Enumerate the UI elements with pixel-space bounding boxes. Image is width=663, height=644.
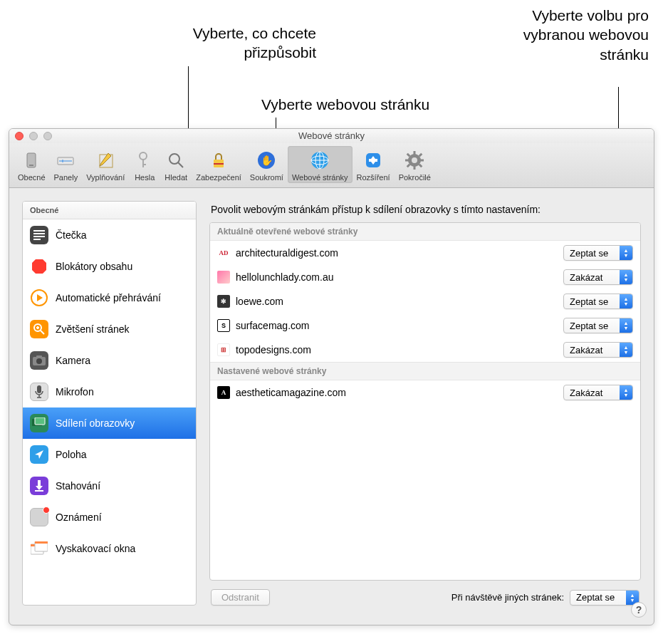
tab-security[interactable]: Zabezpečení bbox=[192, 146, 246, 183]
callout-select-site: Vyberte webovou stránku bbox=[261, 95, 429, 114]
sidebar-item-reader[interactable]: Čtečka bbox=[23, 219, 196, 251]
chevron-updown-icon: ▲▼ bbox=[620, 385, 632, 400]
site-row[interactable]: A aestheticamagazine.com Zakázat ▲▼ bbox=[210, 380, 640, 405]
microphone-icon bbox=[30, 383, 48, 401]
site-option-select[interactable]: Zakázat ▲▼ bbox=[563, 269, 633, 285]
svg-point-9 bbox=[169, 154, 179, 164]
tab-extensions[interactable]: Rozšíření bbox=[353, 146, 395, 183]
svg-rect-31 bbox=[33, 230, 45, 232]
select-label: Zakázat bbox=[564, 272, 620, 283]
site-list-box: Aktuálně otevřené webové stránky AD arch… bbox=[209, 222, 641, 581]
tab-advanced[interactable]: Pokročilé bbox=[395, 146, 435, 183]
sidebar-item-downloads[interactable]: Stahování bbox=[23, 470, 196, 502]
main-panel: Povolit webovým stránkám přístup k sdíle… bbox=[209, 201, 641, 606]
toolbar-label: Rozšíření bbox=[357, 173, 390, 182]
sidebar-item-label: Blokátory obsahu bbox=[56, 261, 132, 272]
callout-text: Vyberte volbu pro vybranou webovou strán… bbox=[523, 7, 649, 63]
sidebar-item-notifications[interactable]: Oznámení bbox=[23, 502, 196, 533]
site-option-select[interactable]: Zeptat se ▲▼ bbox=[563, 245, 633, 261]
sidebar-item-content-blockers[interactable]: Blokátory obsahu bbox=[23, 251, 196, 282]
site-name: surfacemag.com bbox=[236, 320, 558, 331]
sidebar-item-location[interactable]: Poloha bbox=[23, 439, 196, 470]
site-row[interactable]: ⊞ topodesigns.com Zakázat ▲▼ bbox=[210, 338, 640, 362]
tab-search[interactable]: Hledat bbox=[160, 146, 192, 183]
other-sites-control: Při návštěvě jiných stránek: Zeptat se ▲… bbox=[451, 590, 639, 606]
section-header-open: Aktuálně otevřené webové stránky bbox=[210, 223, 640, 241]
sidebar-item-label: Poloha bbox=[56, 449, 87, 460]
general-icon bbox=[20, 149, 43, 172]
minimize-button[interactable] bbox=[29, 132, 38, 140]
sidebar-item-label: Vyskakovací okna bbox=[56, 543, 135, 554]
lock-icon bbox=[207, 149, 230, 172]
key-icon bbox=[133, 149, 156, 172]
tab-privacy[interactable]: ✋ Soukromí bbox=[246, 146, 288, 183]
toolbar-label: Vyplňování bbox=[86, 173, 125, 182]
svg-rect-44 bbox=[36, 355, 42, 358]
site-row[interactable]: hellolunchlady.com.au Zakázat ▲▼ bbox=[210, 265, 640, 289]
svg-line-10 bbox=[178, 162, 183, 167]
download-icon bbox=[30, 477, 48, 495]
site-row[interactable]: AD architecturaldigest.com Zeptat se ▲▼ bbox=[210, 241, 640, 265]
blocker-icon bbox=[30, 257, 48, 276]
tab-passwords[interactable]: Hesla bbox=[129, 146, 160, 183]
svg-rect-51 bbox=[38, 480, 41, 486]
svg-point-43 bbox=[36, 358, 42, 364]
maximize-button[interactable] bbox=[43, 132, 52, 140]
privacy-icon: ✋ bbox=[255, 149, 278, 172]
svg-point-22 bbox=[412, 157, 417, 163]
sidebar: Obecné Čtečka Blokátory obsahu Automatic… bbox=[22, 201, 197, 606]
sidebar-item-autoplay[interactable]: Automatické přehrávání bbox=[23, 282, 196, 313]
extensions-icon bbox=[362, 149, 385, 172]
site-name: loewe.com bbox=[236, 296, 558, 307]
badge-icon bbox=[43, 507, 50, 514]
camera-icon bbox=[30, 351, 48, 370]
svg-rect-1 bbox=[29, 165, 33, 166]
tab-general[interactable]: Obecné bbox=[14, 146, 50, 183]
site-name: topodesigns.com bbox=[236, 344, 558, 355]
select-label: Zeptat se bbox=[564, 248, 620, 259]
site-option-select[interactable]: Zeptat se ▲▼ bbox=[563, 318, 633, 333]
help-button[interactable]: ? bbox=[631, 602, 647, 618]
sidebar-item-camera[interactable]: Kamera bbox=[23, 345, 196, 376]
preferences-window: Webové stránky Obecné Panely Vyplňování bbox=[9, 128, 654, 625]
remove-button[interactable]: Odstranit bbox=[211, 589, 270, 606]
sidebar-item-label: Oznámení bbox=[56, 511, 102, 523]
callout-customize: Vyberte, co chcete přizpůsobit bbox=[174, 24, 316, 63]
svg-line-39 bbox=[41, 331, 44, 334]
select-label: Zeptat se bbox=[570, 592, 626, 603]
toolbar-label: Hesla bbox=[135, 173, 155, 182]
sidebar-item-label: Stahování bbox=[56, 480, 100, 492]
close-button[interactable] bbox=[15, 132, 24, 140]
sidebar-item-page-zoom[interactable]: Zvětšení stránek bbox=[23, 313, 196, 345]
sidebar-item-popups[interactable]: Vyskakovací okna bbox=[23, 533, 196, 564]
chevron-updown-icon: ▲▼ bbox=[620, 343, 632, 357]
favicon bbox=[217, 271, 230, 284]
main-heading: Povolit webovým stránkám přístup k sdíle… bbox=[211, 204, 641, 215]
svg-rect-25 bbox=[405, 160, 409, 162]
tab-websites[interactable]: Webové stránky bbox=[288, 146, 353, 183]
popups-icon bbox=[30, 539, 48, 558]
sidebar-item-microphone[interactable]: Mikrofon bbox=[23, 376, 196, 407]
site-row[interactable]: S surfacemag.com Zeptat se ▲▼ bbox=[210, 313, 640, 338]
svg-rect-49 bbox=[35, 417, 45, 425]
site-row[interactable]: ✻ loewe.com Zeptat se ▲▼ bbox=[210, 289, 640, 313]
site-name: hellolunchlady.com.au bbox=[236, 271, 558, 283]
chevron-updown-icon: ▲▼ bbox=[620, 246, 632, 260]
site-option-select[interactable]: Zakázat ▲▼ bbox=[563, 385, 633, 400]
svg-rect-24 bbox=[414, 166, 416, 170]
sidebar-item-screen-sharing[interactable]: Sdílení obrazovky bbox=[23, 407, 196, 439]
site-option-select[interactable]: Zeptat se ▲▼ bbox=[563, 294, 633, 309]
svg-text:✋: ✋ bbox=[261, 155, 273, 167]
svg-rect-57 bbox=[35, 541, 48, 544]
site-option-select[interactable]: Zakázat ▲▼ bbox=[563, 342, 633, 358]
site-name: architecturaldigest.com bbox=[236, 247, 558, 259]
tab-autofill[interactable]: Vyplňování bbox=[82, 146, 129, 183]
other-sites-select[interactable]: Zeptat se ▲▼ bbox=[570, 590, 639, 606]
tab-tabs[interactable]: Panely bbox=[50, 146, 83, 183]
svg-rect-32 bbox=[33, 233, 45, 234]
svg-rect-23 bbox=[414, 151, 416, 155]
content-area: Obecné Čtečka Blokátory obsahu Automatic… bbox=[9, 188, 654, 618]
svg-rect-34 bbox=[33, 239, 41, 240]
svg-point-6 bbox=[140, 152, 147, 160]
screen-share-icon bbox=[30, 414, 48, 432]
